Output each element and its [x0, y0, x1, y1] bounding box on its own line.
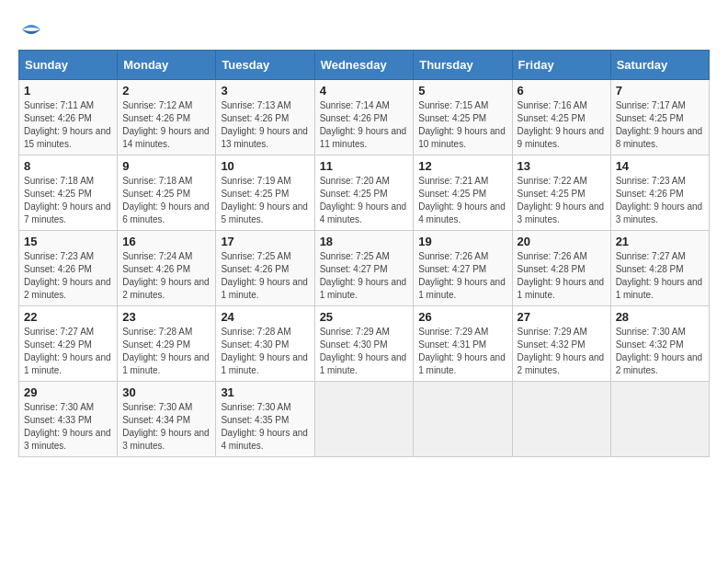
calendar-week-row: 29 Sunrise: 7:30 AM Sunset: 4:33 PM Dayl… [19, 382, 710, 457]
day-number: 30 [122, 385, 210, 399]
day-detail: Sunrise: 7:22 AM Sunset: 4:25 PM Dayligh… [518, 175, 606, 226]
calendar-cell: 15 Sunrise: 7:23 AM Sunset: 4:26 PM Dayl… [19, 231, 118, 306]
calendar-cell: 28 Sunrise: 7:30 AM Sunset: 4:32 PM Dayl… [610, 306, 709, 382]
calendar-cell: 14 Sunrise: 7:23 AM Sunset: 4:26 PM Dayl… [610, 155, 709, 231]
calendar-cell: 12 Sunrise: 7:21 AM Sunset: 4:25 PM Dayl… [414, 155, 512, 231]
day-number: 8 [24, 159, 112, 173]
day-number: 21 [616, 235, 704, 248]
weekday-header-row: SundayMondayTuesdayWednesdayThursdayFrid… [19, 51, 710, 80]
calendar-cell: 11 Sunrise: 7:20 AM Sunset: 4:25 PM Dayl… [314, 155, 414, 231]
logo-icon [20, 18, 42, 40]
day-number: 18 [320, 235, 409, 248]
calendar-cell: 31 Sunrise: 7:30 AM Sunset: 4:35 PM Dayl… [216, 382, 314, 457]
day-number: 19 [418, 235, 506, 248]
day-detail: Sunrise: 7:20 AM Sunset: 4:25 PM Dayligh… [320, 175, 409, 226]
day-number: 31 [221, 385, 309, 399]
logo [18, 18, 42, 40]
day-number: 24 [221, 310, 309, 324]
calendar-cell: 7 Sunrise: 7:17 AM Sunset: 4:25 PM Dayli… [610, 80, 709, 155]
day-detail: Sunrise: 7:29 AM Sunset: 4:30 PM Dayligh… [320, 326, 409, 377]
calendar-week-row: 1 Sunrise: 7:11 AM Sunset: 4:26 PM Dayli… [19, 80, 710, 155]
day-number: 29 [24, 385, 112, 399]
day-number: 25 [320, 310, 409, 324]
day-detail: Sunrise: 7:13 AM Sunset: 4:26 PM Dayligh… [221, 99, 309, 151]
day-detail: Sunrise: 7:30 AM Sunset: 4:35 PM Dayligh… [221, 401, 309, 453]
day-detail: Sunrise: 7:23 AM Sunset: 4:26 PM Dayligh… [24, 250, 112, 302]
day-detail: Sunrise: 7:29 AM Sunset: 4:32 PM Dayligh… [518, 326, 606, 377]
day-number: 3 [221, 84, 309, 98]
calendar-cell: 3 Sunrise: 7:13 AM Sunset: 4:26 PM Dayli… [216, 80, 314, 155]
calendar-cell: 22 Sunrise: 7:27 AM Sunset: 4:29 PM Dayl… [19, 306, 118, 382]
calendar-cell: 26 Sunrise: 7:29 AM Sunset: 4:31 PM Dayl… [414, 306, 512, 382]
calendar-cell: 19 Sunrise: 7:26 AM Sunset: 4:27 PM Dayl… [414, 231, 512, 306]
day-detail: Sunrise: 7:15 AM Sunset: 4:25 PM Dayligh… [418, 99, 506, 151]
calendar-cell: 30 Sunrise: 7:30 AM Sunset: 4:34 PM Dayl… [118, 382, 216, 457]
day-number: 11 [320, 159, 409, 173]
day-detail: Sunrise: 7:26 AM Sunset: 4:27 PM Dayligh… [418, 250, 506, 302]
calendar-cell: 10 Sunrise: 7:19 AM Sunset: 4:25 PM Dayl… [216, 155, 314, 231]
day-number: 9 [122, 159, 210, 173]
calendar-cell: 29 Sunrise: 7:30 AM Sunset: 4:33 PM Dayl… [19, 382, 118, 457]
calendar-cell: 18 Sunrise: 7:25 AM Sunset: 4:27 PM Dayl… [314, 231, 414, 306]
day-detail: Sunrise: 7:14 AM Sunset: 4:26 PM Dayligh… [320, 99, 409, 151]
calendar-cell [610, 382, 709, 457]
day-number: 14 [616, 159, 704, 173]
day-detail: Sunrise: 7:23 AM Sunset: 4:26 PM Dayligh… [616, 175, 704, 226]
calendar-cell: 13 Sunrise: 7:22 AM Sunset: 4:25 PM Dayl… [512, 155, 610, 231]
day-detail: Sunrise: 7:18 AM Sunset: 4:25 PM Dayligh… [122, 175, 210, 226]
calendar-cell: 24 Sunrise: 7:28 AM Sunset: 4:30 PM Dayl… [216, 306, 314, 382]
day-number: 20 [518, 235, 606, 248]
day-number: 15 [24, 235, 112, 248]
day-detail: Sunrise: 7:11 AM Sunset: 4:26 PM Dayligh… [24, 99, 112, 151]
calendar-week-row: 15 Sunrise: 7:23 AM Sunset: 4:26 PM Dayl… [19, 231, 710, 306]
day-detail: Sunrise: 7:12 AM Sunset: 4:26 PM Dayligh… [122, 99, 210, 151]
calendar-cell [414, 382, 512, 457]
day-detail: Sunrise: 7:21 AM Sunset: 4:25 PM Dayligh… [418, 175, 506, 226]
day-number: 16 [122, 235, 210, 248]
weekday-header-sunday: Sunday [19, 51, 118, 80]
day-number: 22 [24, 310, 112, 324]
weekday-header-friday: Friday [512, 51, 610, 80]
calendar-week-row: 8 Sunrise: 7:18 AM Sunset: 4:25 PM Dayli… [19, 155, 710, 231]
day-number: 28 [616, 310, 704, 324]
day-detail: Sunrise: 7:17 AM Sunset: 4:25 PM Dayligh… [616, 99, 704, 151]
day-detail: Sunrise: 7:25 AM Sunset: 4:26 PM Dayligh… [221, 250, 309, 302]
header [18, 18, 710, 40]
calendar-cell: 6 Sunrise: 7:16 AM Sunset: 4:25 PM Dayli… [512, 80, 610, 155]
calendar-cell: 5 Sunrise: 7:15 AM Sunset: 4:25 PM Dayli… [414, 80, 512, 155]
day-number: 10 [221, 159, 309, 173]
calendar-cell [314, 382, 414, 457]
day-number: 7 [616, 84, 704, 98]
calendar-cell [512, 382, 610, 457]
weekday-header-tuesday: Tuesday [216, 51, 314, 80]
day-detail: Sunrise: 7:28 AM Sunset: 4:29 PM Dayligh… [122, 326, 210, 377]
weekday-header-monday: Monday [118, 51, 216, 80]
calendar-cell: 16 Sunrise: 7:24 AM Sunset: 4:26 PM Dayl… [118, 231, 216, 306]
day-number: 12 [418, 159, 506, 173]
day-number: 6 [518, 84, 606, 98]
day-detail: Sunrise: 7:27 AM Sunset: 4:28 PM Dayligh… [616, 250, 704, 302]
day-detail: Sunrise: 7:28 AM Sunset: 4:30 PM Dayligh… [221, 326, 309, 377]
calendar-week-row: 22 Sunrise: 7:27 AM Sunset: 4:29 PM Dayl… [19, 306, 710, 382]
day-number: 23 [122, 310, 210, 324]
calendar-cell: 21 Sunrise: 7:27 AM Sunset: 4:28 PM Dayl… [610, 231, 709, 306]
day-number: 27 [518, 310, 606, 324]
day-detail: Sunrise: 7:26 AM Sunset: 4:28 PM Dayligh… [518, 250, 606, 302]
day-number: 4 [320, 84, 409, 98]
day-detail: Sunrise: 7:25 AM Sunset: 4:27 PM Dayligh… [320, 250, 409, 302]
day-detail: Sunrise: 7:19 AM Sunset: 4:25 PM Dayligh… [221, 175, 309, 226]
calendar-cell: 25 Sunrise: 7:29 AM Sunset: 4:30 PM Dayl… [314, 306, 414, 382]
calendar-cell: 27 Sunrise: 7:29 AM Sunset: 4:32 PM Dayl… [512, 306, 610, 382]
calendar-cell: 1 Sunrise: 7:11 AM Sunset: 4:26 PM Dayli… [19, 80, 118, 155]
day-detail: Sunrise: 7:27 AM Sunset: 4:29 PM Dayligh… [24, 326, 112, 377]
calendar-cell: 8 Sunrise: 7:18 AM Sunset: 4:25 PM Dayli… [19, 155, 118, 231]
weekday-header-saturday: Saturday [610, 51, 709, 80]
calendar-cell: 17 Sunrise: 7:25 AM Sunset: 4:26 PM Dayl… [216, 231, 314, 306]
day-number: 2 [122, 84, 210, 98]
calendar-cell: 20 Sunrise: 7:26 AM Sunset: 4:28 PM Dayl… [512, 231, 610, 306]
day-detail: Sunrise: 7:16 AM Sunset: 4:25 PM Dayligh… [518, 99, 606, 151]
day-detail: Sunrise: 7:18 AM Sunset: 4:25 PM Dayligh… [24, 175, 112, 226]
day-number: 26 [418, 310, 506, 324]
day-detail: Sunrise: 7:24 AM Sunset: 4:26 PM Dayligh… [122, 250, 210, 302]
day-detail: Sunrise: 7:30 AM Sunset: 4:32 PM Dayligh… [616, 326, 704, 377]
